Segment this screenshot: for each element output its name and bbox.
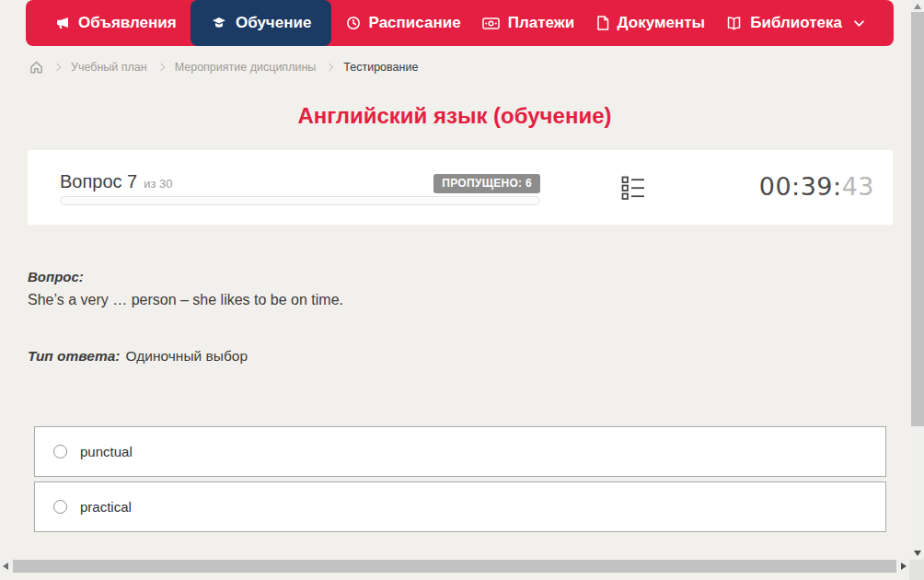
nav-item-documents[interactable]: Документы <box>589 0 713 46</box>
question-list-icon[interactable] <box>621 176 645 204</box>
breadcrumb-item-testing: Тестирование <box>343 61 418 74</box>
scroll-left-arrow-icon[interactable] <box>3 563 8 570</box>
nav-item-label: Обучение <box>236 14 311 32</box>
question-label: Вопрос: <box>28 269 84 284</box>
question-text: She’s a very … person – she likes to be … <box>28 292 343 308</box>
question-progress-bar <box>60 196 540 205</box>
horizontal-scrollbar-thumb[interactable] <box>13 560 896 573</box>
nav-item-announcements[interactable]: Объявления <box>48 0 184 46</box>
megaphone-icon <box>55 16 70 30</box>
question-number-label: Вопрос 7 <box>60 171 137 191</box>
nav-item-label: Объявления <box>78 14 177 32</box>
nav-item-library[interactable]: Библиотека <box>719 0 872 46</box>
home-icon[interactable] <box>29 61 43 74</box>
option-label: practical <box>80 499 132 515</box>
cash-icon <box>482 17 500 30</box>
scrollbar-corner <box>909 560 924 580</box>
nav-item-payments[interactable]: Платежи <box>475 0 583 46</box>
page-title: Английский язык (обучение) <box>0 103 909 129</box>
test-timer: 00:39:43 <box>759 172 874 201</box>
graduation-cap-icon <box>211 16 227 30</box>
breadcrumb-separator-icon <box>156 64 164 71</box>
answer-option-punctual[interactable]: punctual <box>34 426 886 477</box>
question-of-total: из 30 <box>144 177 172 191</box>
breadcrumb: Учебный план Мероприятие дисциплины Тест… <box>29 56 418 78</box>
answer-type-label: Тип ответа: <box>28 348 121 364</box>
answer-type-row: Тип ответа:Одиночный выбор <box>28 348 248 365</box>
question-panel: Вопрос 7из 30 ПРОПУЩЕНО: 6 00:39:43 <box>28 150 893 225</box>
book-icon <box>726 16 742 30</box>
nav-item-learning[interactable]: Обучение <box>191 0 331 46</box>
answer-type-value: Одиночный выбор <box>126 348 248 364</box>
scroll-up-arrow-icon[interactable] <box>914 4 921 9</box>
document-icon <box>596 16 609 30</box>
vertical-scrollbar-thumb[interactable] <box>911 12 924 426</box>
scroll-right-arrow-icon[interactable] <box>901 563 907 570</box>
timer-hours-minutes: 00:39: <box>759 172 842 201</box>
nav-item-label: Расписание <box>369 14 461 32</box>
clock-icon <box>346 16 361 30</box>
breadcrumb-item-discipline-event[interactable]: Мероприятие дисциплины <box>175 61 317 74</box>
nav-item-label: Платежи <box>508 14 575 32</box>
main-navbar: Объявления Обучение Расписание Платежи Д… <box>26 0 894 46</box>
radio-button-icon[interactable] <box>53 445 67 458</box>
breadcrumb-separator-icon <box>53 64 61 71</box>
radio-button-icon[interactable] <box>53 500 67 514</box>
scroll-down-arrow-icon[interactable] <box>914 551 921 556</box>
answer-options: punctual practical <box>34 426 886 532</box>
breadcrumb-separator-icon <box>326 64 333 71</box>
nav-item-schedule[interactable]: Расписание <box>339 0 468 46</box>
nav-item-label: Библиотека <box>750 14 842 32</box>
timer-seconds: 43 <box>842 172 874 201</box>
answer-option-practical[interactable]: practical <box>34 481 886 532</box>
breadcrumb-item-curriculum[interactable]: Учебный план <box>71 61 147 74</box>
question-number: Вопрос 7из 30 <box>60 171 173 192</box>
nav-item-label: Документы <box>618 14 706 32</box>
skipped-badge: ПРОПУЩЕНО: 6 <box>433 174 540 193</box>
chevron-down-icon <box>854 20 864 27</box>
option-label: punctual <box>80 444 133 459</box>
